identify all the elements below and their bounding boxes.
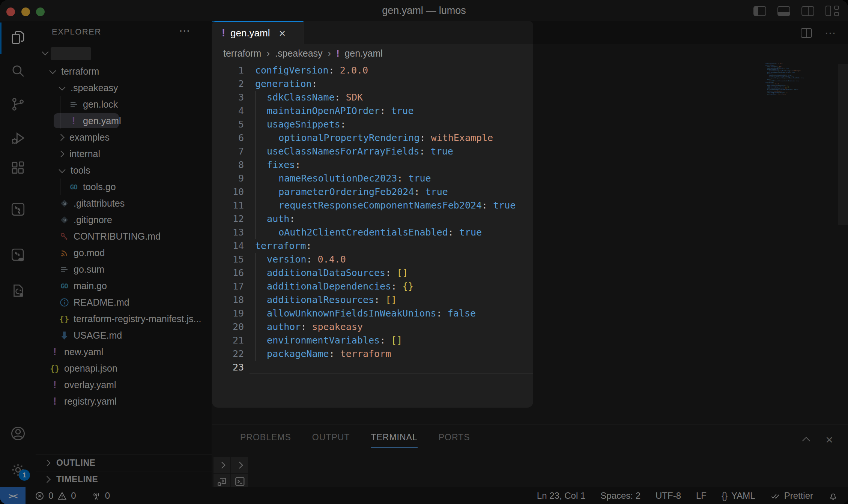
breadcrumb-separator: ›: [266, 48, 270, 59]
tree-file-CONTRIBUTING.md[interactable]: CONTRIBUTING.md: [36, 228, 212, 244]
indentation-status[interactable]: Spaces: 2: [600, 490, 641, 501]
toggle-panel-icon[interactable]: [777, 6, 790, 16]
source-control-icon[interactable]: [10, 96, 26, 112]
code-line-6[interactable]: 6optionalPropertyRendering: withExample: [212, 131, 848, 145]
remote-indicator[interactable]: ><: [0, 487, 26, 504]
customize-layout-icon[interactable]: [825, 6, 839, 16]
tree-file-terraform-registry-manifest.js...[interactable]: {}terraform-registry-manifest.js...: [36, 310, 212, 327]
panel-tab-problems[interactable]: PROBLEMS: [240, 432, 291, 448]
code-line-13[interactable]: 13oAuth2ClientCredentialsEnabled: true: [212, 226, 848, 239]
code-line-19[interactable]: 19allowUnknownFieldsInWeakUnions: false: [212, 307, 848, 320]
code-line-16[interactable]: 16additionalDataSources: []: [212, 266, 848, 280]
prompt-chevron-icon[interactable]: [214, 457, 230, 473]
cpp-tools-icon[interactable]: [10, 283, 26, 298]
chevron-right-icon: [44, 459, 50, 466]
tree-folder-internal[interactable]: internal: [36, 146, 212, 162]
code-line-18[interactable]: 18additionalResources: []: [212, 293, 848, 307]
terraform-cloud-icon[interactable]: [10, 247, 26, 263]
code-line-15[interactable]: 15version: 0.4.0: [212, 253, 848, 266]
tree-file-gen.lock[interactable]: gen.lock: [36, 96, 212, 112]
panel-close-icon[interactable]: ×: [825, 434, 833, 445]
tree-folder-examples[interactable]: examples: [36, 129, 212, 146]
line-number: 18: [212, 293, 244, 307]
tree-file-.gitattributes[interactable]: .gitattributes: [36, 195, 212, 212]
minimap[interactable]: configVersion: 2.0.0generation: sdkClass…: [765, 63, 807, 176]
problems-status[interactable]: 0 0: [35, 490, 76, 501]
code-line-17[interactable]: 17additionalDependencies: {}: [212, 280, 848, 293]
code-line-4[interactable]: 4maintainOpenAPIOrder: true: [212, 104, 848, 118]
tree-file-main.go[interactable]: GOmain.go: [36, 278, 212, 294]
split-editor-icon[interactable]: [801, 28, 812, 38]
tree-file-.gitignore[interactable]: .gitignore: [36, 212, 212, 228]
tree-file-tools.go[interactable]: GOtools.go: [36, 178, 212, 195]
tree-file-openapi.json[interactable]: {}openapi.json: [36, 360, 212, 376]
tree-file-USAGE.md[interactable]: USAGE.md: [36, 327, 212, 344]
cursor-position[interactable]: Ln 23, Col 1: [537, 490, 585, 501]
panel-tab-output[interactable]: OUTPUT: [312, 432, 350, 448]
timeline-section-header[interactable]: TIMELINE: [36, 471, 212, 488]
explorer-more-actions[interactable]: ⋯: [179, 24, 191, 37]
panel-tab-ports[interactable]: PORTS: [439, 432, 470, 448]
breadcrumb-item[interactable]: terraform: [223, 48, 261, 59]
panel-maximize-icon[interactable]: [802, 436, 810, 444]
ports-status[interactable]: 0: [91, 490, 110, 501]
line-number: 3: [212, 91, 244, 104]
tree-file-gen.yaml[interactable]: !gen.yaml: [36, 112, 212, 129]
account-icon[interactable]: [10, 426, 26, 441]
tree-file-new.yaml[interactable]: !new.yaml: [36, 344, 212, 360]
code-line-9[interactable]: 9nameResolutionDec2023: true: [212, 172, 848, 185]
formatter-status[interactable]: Prettier: [770, 490, 813, 501]
outline-section-header[interactable]: OUTLINE: [36, 454, 212, 471]
search-icon[interactable]: [10, 63, 26, 79]
tree-file-registry.yaml[interactable]: !registry.yaml: [36, 393, 212, 410]
breadcrumb-item[interactable]: ! gen.yaml: [336, 48, 383, 59]
tree-folder-.speakeasy[interactable]: .speakeasy: [36, 80, 212, 96]
indent-guide: [267, 226, 278, 239]
tab-gen-yaml[interactable]: ! gen.yaml ×: [212, 21, 304, 44]
explorer-icon[interactable]: [10, 30, 26, 46]
code-line-7[interactable]: 7useClassNamesForArrayFields: true: [212, 145, 848, 158]
tree-file-go.sum[interactable]: go.sum: [36, 261, 212, 278]
tree-folder-tools[interactable]: tools: [36, 162, 212, 178]
run-debug-icon[interactable]: [10, 130, 26, 146]
code-line-11[interactable]: 11requestResponseComponentNamesFeb2024: …: [212, 199, 848, 212]
tree-file-go.mod[interactable]: go.mod: [36, 244, 212, 261]
notifications-bell-icon[interactable]: [828, 491, 838, 501]
tab-bar: ! gen.yaml × ⋯: [212, 21, 848, 44]
editor-scrollbar[interactable]: [838, 64, 848, 225]
tree-indent-guide: [53, 80, 53, 344]
line-number: 15: [212, 253, 244, 266]
tree-item-label: README.md: [74, 297, 129, 308]
code-line-10[interactable]: 10parameterOrderingFeb2024: true: [212, 185, 848, 199]
editor-more-actions-icon[interactable]: ⋯: [825, 26, 837, 39]
code-line-5[interactable]: 5usageSnippets:: [212, 118, 848, 131]
workspace-root-row[interactable]: [36, 44, 212, 63]
split-editor-icon[interactable]: [801, 6, 814, 16]
tab-close-icon[interactable]: ×: [279, 28, 286, 39]
code-line-3[interactable]: 3sdkClassName: SDK: [212, 91, 848, 104]
panel-tab-terminal[interactable]: TERMINAL: [371, 432, 417, 448]
code-line-21[interactable]: 21environmentVariables: []: [212, 334, 848, 347]
terraform-icon[interactable]: [10, 201, 26, 217]
tree-folder-terraform[interactable]: terraform: [36, 63, 212, 80]
encoding-status[interactable]: UTF-8: [656, 490, 681, 501]
prompt-chevron-icon[interactable]: [231, 457, 248, 473]
tree-file-README.md[interactable]: README.md: [36, 294, 212, 310]
toggle-sidebar-icon[interactable]: [753, 6, 766, 16]
code-line-8[interactable]: 8fixes:: [212, 158, 848, 172]
tree-file-overlay.yaml[interactable]: !overlay.yaml: [36, 376, 212, 393]
indent-guide: [267, 199, 278, 212]
indent-guide: [255, 212, 267, 226]
code-line-1[interactable]: 1configVersion: 2.0.0: [212, 64, 848, 77]
tree-item-label: gen.yaml: [83, 116, 121, 126]
extensions-icon[interactable]: [10, 160, 26, 176]
eol-status[interactable]: LF: [696, 490, 707, 501]
code-line-20[interactable]: 20author: speakeasy: [212, 320, 848, 334]
code-line-2[interactable]: 2generation:: [212, 77, 848, 91]
code-line-14[interactable]: 14terraform:: [212, 239, 848, 253]
language-status[interactable]: {} YAML: [722, 490, 755, 501]
breadcrumb-item[interactable]: .speakeasy: [275, 48, 322, 59]
code-line-23[interactable]: 23: [212, 361, 848, 374]
code-line-22[interactable]: 22packageName: terraform: [212, 347, 848, 361]
code-line-12[interactable]: 12auth:: [212, 212, 848, 226]
